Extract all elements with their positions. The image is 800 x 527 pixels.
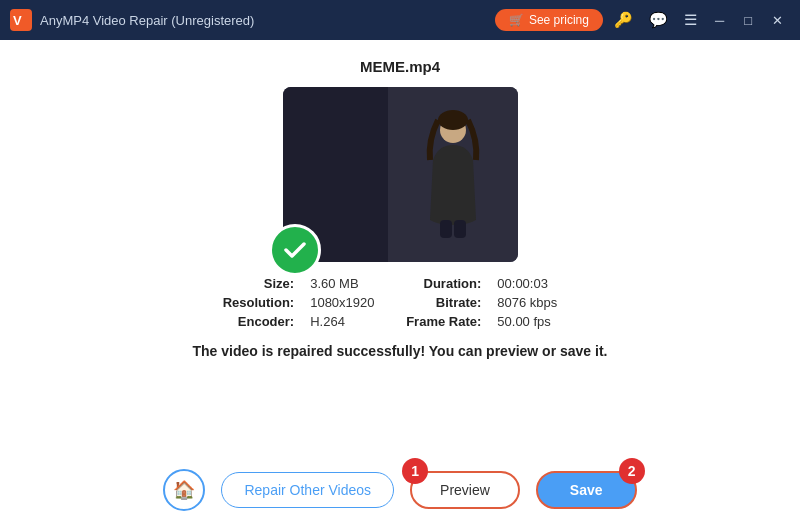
person-silhouette [418,110,488,240]
svg-text:V: V [13,13,22,28]
size-label: Size: [223,276,295,291]
home-button[interactable]: 🏠 [163,469,205,511]
app-title: AnyMP4 Video Repair (Unregistered) [40,13,495,28]
resolution-label: Resolution: [223,295,295,310]
key-button[interactable]: 🔑 [609,8,638,32]
minimize-button[interactable]: ─ [708,10,731,31]
badge-2: 2 [619,458,645,484]
info-table: Size: 3.60 MB Duration: 00:00:03 Resolut… [223,276,578,329]
title-bar-actions: 🛒 See pricing 🔑 💬 ☰ ─ □ ✕ [495,8,790,32]
duration-value: 00:00:03 [497,276,577,291]
repair-other-button[interactable]: Repair Other Videos [221,472,394,508]
video-preview-wrap [283,87,518,262]
bitrate-label: Bitrate: [406,295,481,310]
pricing-label: See pricing [529,13,589,27]
encoder-value: H.264 [310,314,390,329]
title-bar: V AnyMP4 Video Repair (Unregistered) 🛒 S… [0,0,800,40]
save-wrap: 2 Save [536,471,637,509]
chat-button[interactable]: 💬 [644,8,673,32]
pricing-button[interactable]: 🛒 See pricing [495,9,603,31]
framerate-label: Frame Rate: [406,314,481,329]
duration-label: Duration: [406,276,481,291]
success-message: The video is repaired successfully! You … [193,343,608,359]
cart-icon: 🛒 [509,13,524,27]
video-filename: MEME.mp4 [360,58,440,75]
svg-rect-5 [454,220,466,238]
svg-rect-4 [440,220,452,238]
preview-wrap: 1 Preview [410,471,520,509]
check-overlay [269,224,321,276]
encoder-label: Encoder: [223,314,295,329]
video-thumb-inner [283,87,518,262]
bitrate-value: 8076 kbps [497,295,577,310]
menu-button[interactable]: ☰ [679,8,702,32]
check-icon [282,237,308,263]
bottom-bar: 🏠 Repair Other Videos 1 Preview 2 Save [163,469,636,511]
badge-1: 1 [402,458,428,484]
size-value: 3.60 MB [310,276,390,291]
main-content: MEME.mp4 [0,40,800,527]
framerate-value: 50.00 fps [497,314,577,329]
video-thumbnail [283,87,518,262]
svg-point-3 [438,110,468,130]
maximize-button[interactable]: □ [737,10,759,31]
close-button[interactable]: ✕ [765,10,790,31]
resolution-value: 1080x1920 [310,295,390,310]
app-logo: V [10,9,32,31]
video-bg-right [388,87,517,262]
home-icon: 🏠 [173,479,195,501]
